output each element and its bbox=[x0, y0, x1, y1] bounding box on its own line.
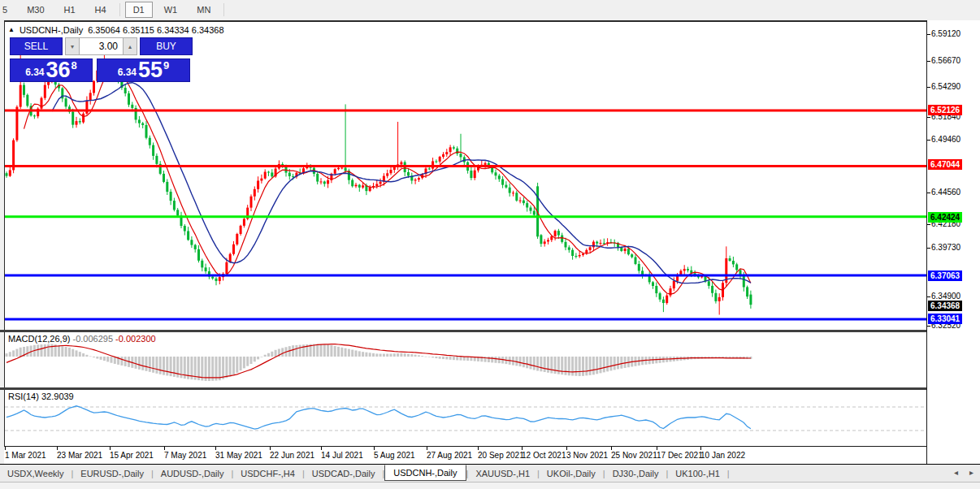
price-tick-label: 6.34900 bbox=[931, 292, 960, 301]
date-label: 27 Aug 2021 bbox=[427, 451, 472, 460]
date-tick-mark bbox=[374, 447, 375, 450]
price-tick-mark bbox=[927, 248, 930, 249]
chevron-up-icon[interactable]: ▲ bbox=[8, 26, 15, 33]
chart-tab-bar: USDX,Weekly|EURUSD-,Daily|AUDUSD-,Daily|… bbox=[0, 464, 980, 482]
rsi-name: RSI(14) bbox=[8, 392, 39, 401]
price-badge-6.33041: 6.33041 bbox=[928, 314, 962, 324]
buy-button[interactable]: BUY bbox=[140, 37, 193, 55]
volume-input[interactable]: 3.00 bbox=[80, 37, 123, 55]
price-tick-label: 6.44560 bbox=[931, 188, 960, 197]
macd-value-2: -0.002300 bbox=[115, 334, 156, 344]
tab-uk100-h1[interactable]: UK100-,H1 bbox=[668, 466, 726, 481]
rsi-value: 32.9039 bbox=[41, 392, 74, 401]
price-tick-mark bbox=[927, 224, 930, 225]
timeframe-button-MN[interactable]: MN bbox=[189, 2, 219, 18]
toolbar-separator bbox=[119, 3, 120, 16]
price-axis[interactable]: 6.591206.566706.542906.518406.494606.445… bbox=[927, 20, 980, 447]
ohlc-values: 6.35064 6.35115 6.34334 6.34368 bbox=[88, 25, 223, 35]
date-tick-mark bbox=[321, 447, 322, 450]
price-tick-mark bbox=[927, 140, 930, 141]
price-tick-mark bbox=[927, 61, 930, 62]
tabs-scroll-right-icon[interactable]: ▸ bbox=[969, 468, 973, 477]
price-tick-label: 6.56670 bbox=[931, 56, 960, 65]
date-axis[interactable]: 1 Mar 202123 Mar 202115 Apr 20217 May 20… bbox=[4, 446, 926, 465]
tab-eurusd-daily[interactable]: EURUSD-,Daily bbox=[73, 466, 151, 481]
date-label: 1 Mar 2021 bbox=[5, 451, 46, 460]
price-tick-mark bbox=[927, 193, 930, 193]
date-tick-mark bbox=[270, 447, 271, 450]
price-tick-mark bbox=[927, 117, 930, 118]
date-label: 5 Aug 2021 bbox=[374, 451, 415, 460]
price-tick-mark bbox=[927, 326, 930, 327]
buy-price-display[interactable]: 6.34559 bbox=[97, 58, 190, 82]
date-label: 3 Nov 2021 bbox=[566, 451, 608, 460]
date-tick-mark bbox=[657, 447, 657, 450]
buy-price-prefix: 6.34 bbox=[118, 67, 137, 78]
price-badge-6.47044: 6.47044 bbox=[928, 159, 962, 170]
tab-ukoil-daily[interactable]: UKOil-,Daily bbox=[540, 466, 603, 481]
date-label: 22 Jun 2021 bbox=[270, 451, 314, 460]
price-tick-label: 6.59120 bbox=[931, 29, 960, 38]
buy-price-sup: 9 bbox=[163, 59, 169, 71]
sell-price-display[interactable]: 6.34368 bbox=[10, 58, 93, 82]
timeframe-button-W1[interactable]: W1 bbox=[156, 2, 186, 18]
price-tick-mark bbox=[927, 34, 930, 35]
date-label: 10 Jan 2022 bbox=[700, 451, 745, 460]
date-label: 20 Sep 2021 bbox=[478, 451, 524, 460]
date-label: 12 Oct 2021 bbox=[522, 451, 566, 460]
date-tick-mark bbox=[522, 447, 523, 450]
volume-down-icon[interactable]: ▾ bbox=[65, 37, 80, 55]
sell-button[interactable]: SELL bbox=[10, 37, 63, 55]
date-tick-mark bbox=[110, 447, 111, 450]
timeframe-button-H1[interactable]: H1 bbox=[56, 2, 84, 18]
rsi-label: RSI(14) 32.9039 bbox=[8, 392, 74, 401]
symbol-period-label: USDCNH-,Daily bbox=[20, 25, 83, 35]
date-label: 23 Mar 2021 bbox=[57, 451, 102, 460]
date-tick-mark bbox=[57, 447, 58, 450]
volume-stepper: ▾ 3.00 ▴ bbox=[65, 37, 137, 55]
price-badge-6.42424: 6.42424 bbox=[928, 212, 962, 223]
tab-usdchf-h4[interactable]: USDCHF-,H4 bbox=[233, 466, 302, 481]
price-tick-mark bbox=[927, 296, 930, 297]
date-label: 17 Dec 2021 bbox=[657, 451, 703, 460]
sell-price-prefix: 6.34 bbox=[25, 67, 44, 78]
timeframe-button-M30[interactable]: M30 bbox=[19, 2, 52, 18]
quote-header: ▲ USDCNH-,Daily 6.35064 6.35115 6.34334 … bbox=[8, 25, 224, 35]
price-tick-label: 6.49460 bbox=[931, 135, 960, 144]
tab-xauusd-h1[interactable]: XAUUSD-,H1 bbox=[468, 466, 537, 481]
tab-usdx-weekly[interactable]: USDX,Weekly bbox=[0, 466, 71, 481]
tab-usdcad-daily[interactable]: USDCAD-,Daily bbox=[305, 466, 383, 481]
price-badge-6.52126: 6.52126 bbox=[928, 105, 962, 115]
date-label: 31 May 2021 bbox=[215, 451, 262, 460]
price-badge-6.34368: 6.34368 bbox=[928, 301, 962, 311]
tab-separator: | bbox=[727, 469, 730, 478]
date-tick-mark bbox=[700, 447, 701, 450]
tab-audusd-daily[interactable]: AUDUSD-,Daily bbox=[154, 466, 232, 481]
one-click-trade-panel: SELL ▾ 3.00 ▴ BUY 6.34368 6.34559 bbox=[10, 37, 193, 82]
date-tick-mark bbox=[427, 447, 427, 450]
date-label: 14 Jul 2021 bbox=[321, 451, 363, 460]
sell-price-big: 36 bbox=[46, 59, 71, 80]
date-label: 15 Apr 2021 bbox=[110, 451, 154, 460]
date-tick-mark bbox=[5, 447, 6, 450]
tabs-scroll-left-icon[interactable]: ◂ bbox=[954, 468, 958, 477]
date-tick-mark bbox=[478, 447, 479, 450]
macd-value-1: -0.006295 bbox=[72, 334, 113, 344]
timeframe-button-H4[interactable]: H4 bbox=[87, 2, 115, 18]
macd-label: MACD(12,26,9) -0.006295 -0.002300 bbox=[8, 334, 156, 344]
date-tick-mark bbox=[215, 447, 216, 450]
rsi-pane-canvas[interactable] bbox=[5, 390, 926, 445]
timeframe-toolbar: 5M30H1H4D1W1MN bbox=[0, 0, 980, 19]
tab-usdcnh-daily[interactable]: USDCNH-,Daily bbox=[384, 465, 466, 481]
price-tick-label: 6.54290 bbox=[931, 82, 960, 91]
tab-dj30-daily[interactable]: DJ30-,Daily bbox=[605, 466, 666, 481]
date-label: 7 May 2021 bbox=[164, 451, 206, 460]
volume-up-icon[interactable]: ▴ bbox=[123, 37, 137, 55]
price-tick-mark bbox=[927, 87, 930, 88]
timeframe-button-D1[interactable]: D1 bbox=[125, 2, 153, 18]
price-tick-label: 6.39730 bbox=[931, 243, 960, 252]
timeframe-button-5[interactable]: 5 bbox=[0, 2, 15, 18]
price-badge-6.37063: 6.37063 bbox=[928, 270, 962, 281]
toolbar-separator bbox=[223, 3, 224, 16]
date-tick-mark bbox=[611, 447, 612, 450]
